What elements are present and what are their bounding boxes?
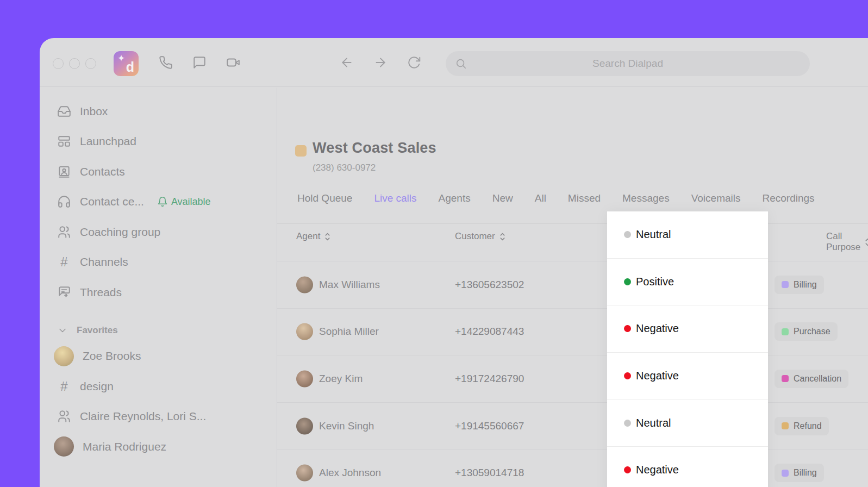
sentiment-cell: Negative <box>607 305 768 353</box>
back-icon[interactable] <box>340 55 354 72</box>
table-row[interactable]: Max Williams+13605623502Billing <box>277 261 868 308</box>
sidebar-favorite-claire-reynolds-lori-s[interactable]: Claire Reynolds, Lori S... <box>40 402 277 432</box>
avatar <box>296 276 313 293</box>
sidebar-item-label: Threads <box>80 286 122 299</box>
sentiment-label: Neutral <box>636 228 671 241</box>
tab-missed[interactable]: Missed <box>568 192 601 212</box>
favorite-label: Maria Rodriguez <box>83 440 166 453</box>
purpose-label: Purchase <box>794 327 830 336</box>
status-label: Available <box>171 196 211 208</box>
main-panel: West Coast Sales (238) 630-0972 Hold Que… <box>277 88 868 487</box>
sentiment-cell: Neutral <box>607 399 768 447</box>
avatar <box>296 370 313 387</box>
purpose-color-square <box>782 375 789 382</box>
sidebar-item-label: Contact ce... <box>80 195 144 208</box>
sentiment-label: Negative <box>636 322 679 335</box>
tab-voicemails[interactable]: Voicemails <box>691 192 741 212</box>
favorites-label: Favorites <box>77 325 118 336</box>
sidebar-item-launchpad[interactable]: Launchpad <box>40 127 277 157</box>
sidebar-item-threads[interactable]: Threads <box>40 277 277 308</box>
contacts-icon <box>57 165 71 179</box>
sidebar-item-label: Channels <box>80 255 128 269</box>
sidebar-item-contact-ce[interactable]: Contact ce...Available <box>40 187 277 217</box>
tab-recordings[interactable]: Recordings <box>762 192 814 212</box>
sentiment-label: Negative <box>636 464 679 476</box>
table-header: AgentCustomerSentimentCall Purpose <box>277 231 868 253</box>
maximize-window-button[interactable] <box>85 58 96 69</box>
people-icon <box>57 225 71 239</box>
tab-live-calls[interactable]: Live calls <box>374 192 416 212</box>
phone-icon[interactable] <box>159 55 173 72</box>
table-row[interactable]: Sophia Miller+14229087443Purchase <box>277 308 868 355</box>
call-purpose-badge: Billing <box>775 464 824 482</box>
sort-icon[interactable] <box>864 238 868 247</box>
sentiment-column-spotlight: NeutralPositiveNegativeNegativeNeutralNe… <box>607 211 768 487</box>
minimize-window-button[interactable] <box>69 58 80 69</box>
close-window-button[interactable] <box>53 58 64 69</box>
favorites-section-header[interactable]: Favorites <box>40 320 277 341</box>
sentiment-dot <box>624 278 631 285</box>
table-row[interactable]: Alex Johnson+13059014718Billing <box>277 449 868 487</box>
sentiment-cell: Positive <box>607 259 768 306</box>
agent-name: Alex Johnson <box>319 467 381 479</box>
chat-icon[interactable] <box>192 55 207 72</box>
sidebar-item-inbox[interactable]: Inbox <box>40 96 277 127</box>
forward-icon[interactable] <box>373 55 388 72</box>
tab-messages[interactable]: Messages <box>622 192 670 212</box>
people-icon <box>57 409 71 423</box>
refresh-icon[interactable] <box>407 55 421 72</box>
column-header-customer[interactable]: Customer <box>455 231 506 242</box>
sidebar-item-channels[interactable]: #Channels <box>40 247 277 278</box>
purpose-label: Cancellation <box>794 374 841 384</box>
sentiment-dot <box>624 420 631 427</box>
avatar <box>296 417 313 434</box>
availability-status: Available <box>157 196 211 208</box>
column-label: Agent <box>296 231 320 242</box>
sidebar-favorite-design[interactable]: #design <box>40 371 277 402</box>
sidebar-item-label: Contacts <box>80 165 125 178</box>
tab-agents[interactable]: Agents <box>439 192 471 212</box>
sidebar-favorite-maria-rodriguez[interactable]: Maria Rodriguez <box>40 432 277 462</box>
sidebar-item-label: Coaching group <box>80 226 160 239</box>
channel-color-square <box>295 145 307 157</box>
purpose-label: Billing <box>794 468 817 478</box>
sparkle-icon: ✦ <box>117 53 125 64</box>
table-row[interactable]: Zoey Kim+19172426790Cancellation <box>277 355 868 402</box>
tab-bar: Hold QueueLive callsAgentsNewAllMissedMe… <box>297 192 868 212</box>
search-input[interactable] <box>467 51 810 76</box>
sidebar: InboxLaunchpadContactsContact ce...Avail… <box>40 88 277 487</box>
threads-icon <box>57 285 71 299</box>
avatar <box>296 323 313 340</box>
tab-hold-queue[interactable]: Hold Queue <box>297 192 352 212</box>
hash-icon: # <box>57 379 71 394</box>
agent-name: Max Williams <box>319 279 380 291</box>
customer-number: +19145560667 <box>455 420 524 432</box>
tab-new[interactable]: New <box>492 192 513 212</box>
avatar <box>54 346 74 366</box>
avatar <box>296 465 313 482</box>
column-header-agent[interactable]: Agent <box>296 231 331 242</box>
sidebar-item-contacts[interactable]: Contacts <box>40 157 277 187</box>
customer-number: +14229087443 <box>455 326 524 338</box>
sort-icon[interactable] <box>324 232 331 241</box>
tab-all[interactable]: All <box>535 192 546 212</box>
table-row[interactable]: Kevin Singh+19145560667Refund <box>277 402 868 449</box>
column-label: Call Purpose <box>826 231 860 253</box>
hash-icon: # <box>57 254 71 270</box>
purpose-label: Refund <box>794 421 822 431</box>
favorite-label: Zoe Brooks <box>83 349 141 363</box>
sentiment-label: Positive <box>636 276 674 288</box>
video-icon[interactable] <box>226 55 240 72</box>
call-purpose-badge: Purchase <box>775 322 838 341</box>
headset-icon <box>57 195 71 209</box>
chevron-down-icon <box>57 325 68 336</box>
favorite-label: Claire Reynolds, Lori S... <box>80 410 206 423</box>
sentiment-label: Negative <box>636 370 679 382</box>
column-header-call-purpose[interactable]: Call Purpose <box>826 231 868 253</box>
sidebar-item-coaching-group[interactable]: Coaching group <box>40 217 277 247</box>
sidebar-favorite-zoe-brooks[interactable]: Zoe Brooks <box>40 341 277 372</box>
sort-icon[interactable] <box>499 232 506 241</box>
search-icon <box>455 58 467 70</box>
logo-letter: d <box>126 59 134 75</box>
sentiment-dot <box>624 372 631 379</box>
